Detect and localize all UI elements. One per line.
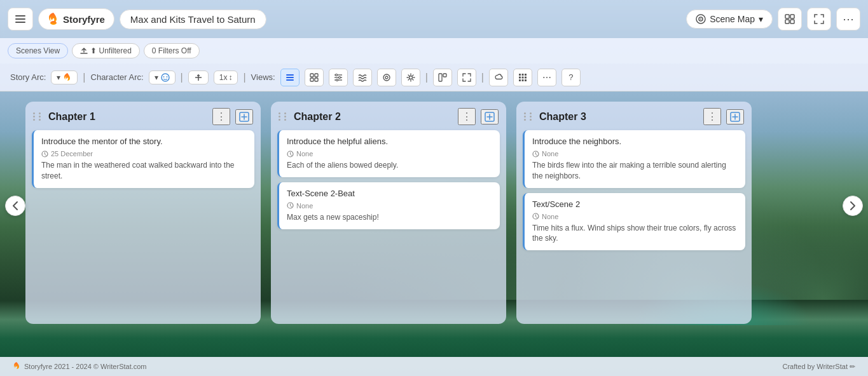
character-arc-dropdown[interactable]: ▾ <box>149 70 176 84</box>
svg-rect-0 <box>15 15 25 17</box>
chapter-3-add-button[interactable] <box>726 109 744 124</box>
clock-icon <box>287 202 294 209</box>
svg-rect-22 <box>315 74 318 77</box>
filter-row: Story Arc: ▾ | Character Arc: ▾ | 1x ↕ |… <box>0 64 868 91</box>
character-arc-face-icon <box>161 73 170 82</box>
add-view-icon <box>785 14 795 24</box>
header: Storyfyre Max and Kits Travel to Saturn … <box>0 0 868 38</box>
svg-rect-40 <box>521 76 523 78</box>
expand-button[interactable] <box>457 69 476 86</box>
menu-button[interactable] <box>8 8 33 30</box>
project-title: Max and Kits Travel to Saturn <box>130 14 256 25</box>
scene-meta: None <box>532 213 738 220</box>
story-arc-dropdown[interactable]: ▾ <box>51 70 78 84</box>
prev-arrow-button[interactable] <box>5 196 25 216</box>
footer-crafted: Crafted by WriterStat ✏ <box>782 363 855 371</box>
chapter-1-menu-button[interactable]: ⋮ <box>212 108 230 125</box>
svg-rect-23 <box>310 78 313 81</box>
scene-meta: None <box>287 150 492 158</box>
svg-rect-44 <box>525 79 527 81</box>
scene-map-dropdown-icon: ▾ <box>759 14 763 24</box>
scene-card[interactable]: Text-Scene 2-Beat None Max gets a new sp… <box>277 182 500 229</box>
zoom-selector[interactable]: 1x ↕ <box>214 70 238 84</box>
expand-icon <box>462 73 471 82</box>
fullscreen-button[interactable] <box>807 8 831 30</box>
svg-point-32 <box>385 76 388 79</box>
scenes-view-button[interactable]: Scenes View <box>8 43 68 58</box>
list-view-icon <box>286 73 294 82</box>
help-button[interactable]: ? <box>561 69 581 86</box>
scene-none: None <box>542 150 558 158</box>
svg-rect-1 <box>15 18 25 20</box>
next-arrow-icon <box>850 201 856 211</box>
chapter-2-column: Chapter 2 ⋮ Introduce the helpful aliens… <box>271 102 506 324</box>
more-options-button[interactable]: ⋯ <box>836 8 860 30</box>
prev-arrow-icon <box>12 201 18 211</box>
footer: Storyfyre 2021 - 2024 © WriterStat.com C… <box>0 357 868 376</box>
svg-point-31 <box>383 74 390 81</box>
chapter-1-column: Chapter 1 ⋮ Introduce the mentor of the … <box>25 102 261 324</box>
collapse-button[interactable] <box>433 69 452 86</box>
project-title-button[interactable]: Max and Kits Travel to Saturn <box>120 10 266 29</box>
svg-rect-39 <box>519 76 521 78</box>
drag-handle-1[interactable] <box>33 112 43 121</box>
story-arc-flame-icon <box>63 73 72 82</box>
scene-card[interactable]: Introduce the mentor of the story. 25 De… <box>32 130 254 188</box>
clock-icon <box>532 151 539 158</box>
scene-body: The birds flew into the air making a ter… <box>532 160 738 182</box>
svg-rect-18 <box>286 74 294 76</box>
scene-card[interactable]: Introduce the helpful aliens. None Each … <box>277 130 500 177</box>
scene-card[interactable]: Introduce the neighbors. None The birds … <box>523 130 745 188</box>
cloud-button[interactable] <box>489 69 508 86</box>
svg-rect-41 <box>525 76 527 78</box>
more-options-icon: ⋯ <box>843 12 855 26</box>
chapter-3-menu-button[interactable]: ⋮ <box>703 108 721 125</box>
wave-view-button[interactable] <box>353 69 372 86</box>
footer-copyright: Storyfyre 2021 - 2024 © WriterStat.com <box>24 363 147 370</box>
svg-rect-2 <box>15 22 25 23</box>
help-icon: ? <box>568 72 573 82</box>
unfiltered-button[interactable]: ⬆ Unfiltered <box>72 43 140 58</box>
drag-handle-3[interactable] <box>524 112 534 121</box>
zoom-level-label: 1x <box>219 73 228 82</box>
scene-none-2: None <box>296 202 313 210</box>
filter-view-button[interactable] <box>329 69 348 86</box>
more-views-button[interactable]: ⋯ <box>537 69 556 86</box>
chapter-2-add-button[interactable] <box>481 109 499 124</box>
clock-icon <box>41 151 48 158</box>
svg-rect-37 <box>521 74 523 76</box>
svg-point-13 <box>163 76 164 77</box>
grid-view-icon <box>310 73 319 82</box>
scene-none-2: None <box>542 213 558 220</box>
svg-point-29 <box>338 76 340 78</box>
pipe-divider-1: | <box>83 72 85 83</box>
add-view-button[interactable] <box>778 8 802 30</box>
upload-icon <box>80 47 88 55</box>
chapter-2-add-icon <box>485 112 495 122</box>
next-arrow-button[interactable] <box>843 196 863 216</box>
story-arc-label: Story Arc: <box>10 72 46 82</box>
multi-grid-button[interactable] <box>513 69 532 86</box>
circle-view-button[interactable] <box>377 69 396 86</box>
chapter-1-add-button[interactable] <box>235 109 253 124</box>
logo-button[interactable]: Storyfyre <box>38 8 114 30</box>
scene-title: Introduce the mentor of the story. <box>41 137 247 146</box>
scene-card[interactable]: Text/Scene 2 None Time hits a flux. Wind… <box>523 193 745 251</box>
scene-date: 25 December <box>51 150 93 158</box>
pipe-divider-5: | <box>481 72 484 83</box>
chapter-2-menu-button[interactable]: ⋮ <box>458 108 476 125</box>
grid-view-button[interactable] <box>305 69 324 86</box>
flame-icon <box>48 13 59 25</box>
circle-view-icon <box>382 73 391 82</box>
settings-view-button[interactable] <box>401 69 420 86</box>
filters-off-button[interactable]: 0 Filters Off <box>144 43 200 58</box>
drag-handle-2[interactable] <box>279 112 289 121</box>
chapter-add-icon <box>239 112 249 122</box>
multi-grid-icon <box>518 73 527 82</box>
svg-rect-38 <box>525 74 527 76</box>
crosshair-button[interactable] <box>188 70 209 84</box>
more-views-icon: ⋯ <box>542 72 551 83</box>
list-view-button[interactable] <box>280 69 300 86</box>
scene-meta: None <box>287 202 492 210</box>
scene-map-button[interactable]: Scene Map ▾ <box>686 10 773 29</box>
